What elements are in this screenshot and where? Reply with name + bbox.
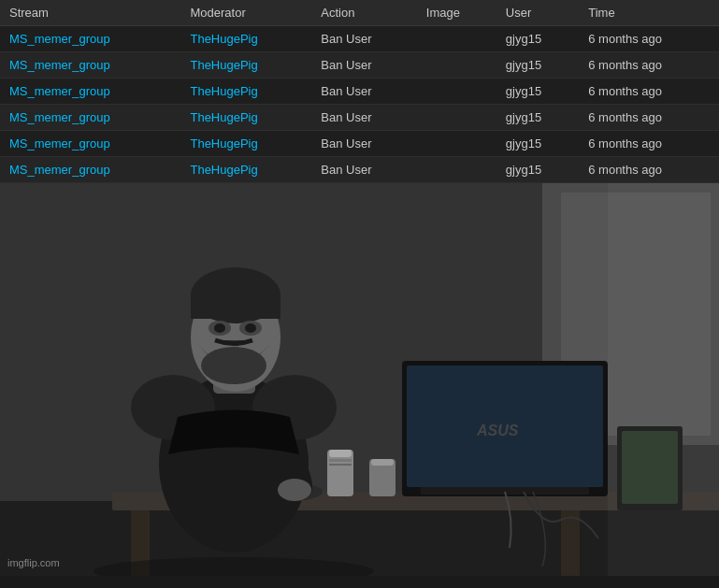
stream-link[interactable]: MS_memer_group <box>9 84 110 98</box>
cell-image <box>417 26 496 52</box>
meme-background: ASUS <box>0 183 719 576</box>
svg-rect-39 <box>608 183 719 576</box>
table-row: MS_memer_group TheHugePig Ban User gjyg1… <box>0 52 719 79</box>
cell-action: Ban User <box>311 131 416 157</box>
cell-stream[interactable]: MS_memer_group <box>0 26 180 52</box>
cell-time: 6 months ago <box>579 26 719 52</box>
cell-stream[interactable]: MS_memer_group <box>0 105 180 131</box>
modlog-table: Stream Moderator Action Image User Time … <box>0 0 719 183</box>
svg-point-35 <box>214 323 225 333</box>
cell-moderator[interactable]: TheHugePig <box>180 157 311 183</box>
stream-link[interactable]: MS_memer_group <box>9 110 110 124</box>
stream-link[interactable]: MS_memer_group <box>9 32 110 46</box>
cell-image <box>417 105 496 131</box>
cell-user: gjyg15 <box>496 105 579 131</box>
col-header-moderator: Moderator <box>180 0 311 26</box>
moderator-link[interactable]: TheHugePig <box>190 58 257 72</box>
cell-time: 6 months ago <box>579 52 719 79</box>
stream-link[interactable]: MS_memer_group <box>9 163 110 177</box>
cell-user: gjyg15 <box>496 26 579 52</box>
cell-stream[interactable]: MS_memer_group <box>0 52 180 79</box>
cell-time: 6 months ago <box>579 157 719 183</box>
cell-stream[interactable]: MS_memer_group <box>0 79 180 105</box>
svg-text:ASUS: ASUS <box>476 423 519 438</box>
cell-action: Ban User <box>311 105 416 131</box>
cell-action: Ban User <box>311 26 416 52</box>
watermark: imgflip.com <box>7 557 60 568</box>
cell-image <box>417 157 496 183</box>
cell-user: gjyg15 <box>496 131 579 157</box>
svg-rect-19 <box>329 464 352 466</box>
svg-point-36 <box>245 323 256 333</box>
table-row: MS_memer_group TheHugePig Ban User gjyg1… <box>0 105 719 131</box>
cell-stream[interactable]: MS_memer_group <box>0 157 180 183</box>
col-header-user: User <box>496 0 579 26</box>
cell-action: Ban User <box>311 157 416 183</box>
col-header-stream: Stream <box>0 0 180 26</box>
moderator-link[interactable]: TheHugePig <box>190 136 257 151</box>
cell-action: Ban User <box>311 52 416 79</box>
cell-moderator[interactable]: TheHugePig <box>180 105 311 131</box>
col-header-action: Action <box>311 0 416 26</box>
svg-rect-18 <box>329 459 352 462</box>
table-row: MS_memer_group TheHugePig Ban User gjyg1… <box>0 26 719 52</box>
cell-time: 6 months ago <box>579 105 719 131</box>
table-row: MS_memer_group TheHugePig Ban User gjyg1… <box>0 131 719 157</box>
stream-link[interactable]: MS_memer_group <box>9 136 110 151</box>
moderator-link[interactable]: TheHugePig <box>190 32 257 46</box>
cell-image <box>417 79 496 105</box>
cell-time: 6 months ago <box>579 131 719 157</box>
table-row: MS_memer_group TheHugePig Ban User gjyg1… <box>0 157 719 183</box>
table-header-row: Stream Moderator Action Image User Time <box>0 0 719 26</box>
cell-image <box>417 131 496 157</box>
svg-rect-17 <box>329 450 352 457</box>
cell-user: gjyg15 <box>496 52 579 79</box>
cell-image <box>417 52 496 79</box>
svg-rect-21 <box>371 459 394 466</box>
svg-point-37 <box>201 347 266 384</box>
svg-point-28 <box>278 479 311 501</box>
col-header-time: Time <box>579 0 719 26</box>
scene-svg: ASUS <box>0 183 719 576</box>
svg-rect-7 <box>561 510 580 576</box>
cell-moderator[interactable]: TheHugePig <box>180 79 311 105</box>
stream-link[interactable]: MS_memer_group <box>9 58 110 72</box>
moderator-link[interactable]: TheHugePig <box>190 110 257 124</box>
meme-image-section: ASUS <box>0 183 719 576</box>
svg-rect-32 <box>191 295 280 319</box>
cell-moderator[interactable]: TheHugePig <box>180 52 311 79</box>
col-header-image: Image <box>417 0 496 26</box>
cell-time: 6 months ago <box>579 79 719 105</box>
cell-action: Ban User <box>311 79 416 105</box>
cell-moderator[interactable]: TheHugePig <box>180 131 311 157</box>
moderator-link[interactable]: TheHugePig <box>190 163 257 177</box>
table-row: MS_memer_group TheHugePig Ban User gjyg1… <box>0 79 719 105</box>
modlog-table-container: Stream Moderator Action Image User Time … <box>0 0 719 183</box>
cell-user: gjyg15 <box>496 157 579 183</box>
cell-stream[interactable]: MS_memer_group <box>0 131 180 157</box>
cell-user: gjyg15 <box>496 79 579 105</box>
cell-moderator[interactable]: TheHugePig <box>180 26 311 52</box>
moderator-link[interactable]: TheHugePig <box>190 84 257 98</box>
